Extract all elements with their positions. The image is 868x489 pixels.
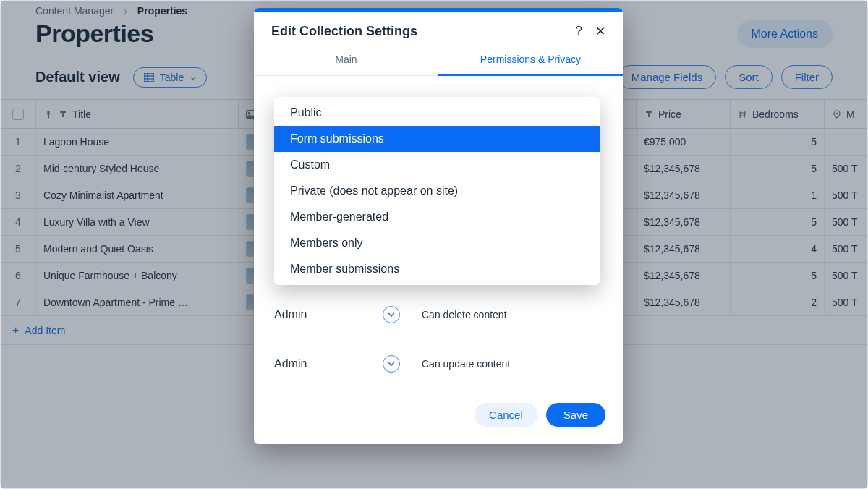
role-select[interactable] xyxy=(383,306,400,323)
cell-title: Cozy Minimalist Apartment xyxy=(35,182,238,208)
cell-title: Luxury Villa with a View xyxy=(35,209,238,235)
close-icon[interactable]: ✕ xyxy=(595,24,605,39)
permission-row: Admin Can update content xyxy=(274,339,603,388)
number-icon xyxy=(738,109,748,119)
dropdown-option[interactable]: Members only xyxy=(274,230,600,256)
column-title[interactable]: Title xyxy=(35,100,238,128)
text-icon xyxy=(58,109,68,119)
select-all-checkbox[interactable] xyxy=(12,109,24,120)
more-actions-button[interactable]: More Actions xyxy=(737,20,833,48)
cell-price: $12,345,678 xyxy=(636,156,730,182)
chevron-down-icon: ⌄ xyxy=(190,72,196,82)
cell-title: Lagoon House xyxy=(35,129,238,155)
cell-location: 500 T xyxy=(824,263,868,289)
cell-price: $12,345,678 xyxy=(636,263,730,289)
dropdown-option[interactable]: Member submissions xyxy=(274,256,600,282)
dropdown-option[interactable]: Public xyxy=(274,100,600,126)
column-location[interactable]: M xyxy=(824,100,868,128)
row-index: 3 xyxy=(1,182,35,208)
cell-bedrooms: 5 xyxy=(730,209,824,235)
cell-location: 500 T xyxy=(824,209,868,235)
sort-button[interactable]: Sort xyxy=(725,65,773,89)
permissions-type-dropdown[interactable]: PublicForm submissionsCustomPrivate (doe… xyxy=(274,97,600,285)
dropdown-option[interactable]: Member-generated xyxy=(274,204,600,230)
column-price[interactable]: Price xyxy=(636,100,730,128)
pin-icon xyxy=(43,109,54,119)
text-icon xyxy=(644,109,654,119)
cell-location: 500 T xyxy=(824,236,868,262)
role-select[interactable] xyxy=(383,355,400,373)
cell-bedrooms: 5 xyxy=(730,263,824,289)
page-title: Properties xyxy=(35,20,153,48)
view-mode-select[interactable]: Table ⌄ xyxy=(133,67,207,88)
table-icon xyxy=(144,73,154,82)
cell-bedrooms: 1 xyxy=(730,182,824,208)
row-index: 6 xyxy=(1,263,35,289)
save-button[interactable]: Save xyxy=(546,403,605,427)
cell-price: $12,345,678 xyxy=(636,289,730,315)
tab-main[interactable]: Main xyxy=(254,46,438,75)
view-name: Default view xyxy=(35,69,120,85)
permission-role: Admin xyxy=(274,308,361,321)
cell-title: Unique Farmhouse + Balcony xyxy=(35,263,238,289)
cell-bedrooms: 5 xyxy=(730,129,824,155)
row-index: 5 xyxy=(1,236,35,262)
svg-rect-0 xyxy=(144,73,154,82)
cell-location: 500 T xyxy=(824,289,868,315)
cancel-button[interactable]: Cancel xyxy=(475,403,537,427)
cell-title: Downtown Apartment - Prime … xyxy=(35,289,238,315)
cell-bedrooms: 5 xyxy=(730,156,824,182)
cell-price: $12,345,678 xyxy=(636,182,730,208)
plus-icon: + xyxy=(12,324,19,337)
svg-point-5 xyxy=(248,111,250,114)
dropdown-option[interactable]: Custom xyxy=(274,152,600,178)
cell-bedrooms: 2 xyxy=(730,289,824,315)
permission-row: Admin Can delete content xyxy=(274,290,603,339)
column-bedrooms-label: Bedrooms xyxy=(752,109,799,120)
cell-price: €975,000 xyxy=(636,129,730,155)
help-icon[interactable]: ? xyxy=(576,24,582,39)
breadcrumb-current: Properties xyxy=(137,5,187,17)
add-item-label: Add Item xyxy=(25,325,65,336)
cell-title: Modern and Quiet Oasis xyxy=(35,236,238,262)
cell-location: 500 T xyxy=(824,156,868,182)
row-index: 7 xyxy=(1,289,35,315)
row-index: 4 xyxy=(1,209,35,235)
cell-price: $12,345,678 xyxy=(636,209,730,235)
row-index: 1 xyxy=(1,129,35,155)
cell-bedrooms: 4 xyxy=(730,236,824,262)
location-icon xyxy=(832,109,842,119)
permission-capability: Can update content xyxy=(422,358,510,370)
cell-title: Mid-century Styled House xyxy=(35,156,238,182)
cell-location: 500 T xyxy=(824,182,868,208)
manage-fields-button[interactable]: Manage Fields xyxy=(618,65,716,89)
chevron-right-icon: › xyxy=(124,5,127,17)
dropdown-option[interactable]: Form submissions xyxy=(274,126,600,152)
row-index: 2 xyxy=(1,156,35,182)
column-price-label: Price xyxy=(658,109,681,120)
permission-capability: Can delete content xyxy=(422,309,507,320)
column-bedrooms[interactable]: Bedrooms xyxy=(730,100,824,128)
tab-permissions[interactable]: Permissions & Privacy xyxy=(438,46,623,76)
permission-role: Admin xyxy=(274,357,361,370)
dropdown-option[interactable]: Private (does not appear on site) xyxy=(274,178,600,204)
cell-price: $12,345,678 xyxy=(636,236,730,262)
view-mode-label: Table xyxy=(160,72,184,83)
column-location-label: M xyxy=(846,109,855,120)
breadcrumb-root[interactable]: Content Manager xyxy=(35,5,114,17)
filter-button[interactable]: Filter xyxy=(781,65,833,89)
modal-title: Edit Collection Settings xyxy=(271,24,417,39)
svg-point-6 xyxy=(836,112,838,114)
cell-location xyxy=(824,129,868,155)
column-title-label: Title xyxy=(72,109,91,120)
